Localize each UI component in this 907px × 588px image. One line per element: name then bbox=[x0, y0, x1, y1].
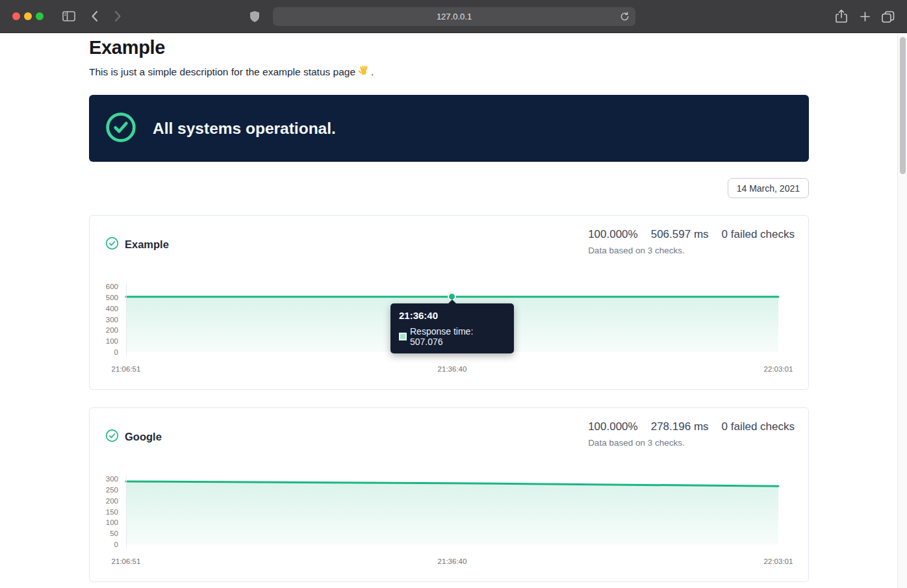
x-axis-tick-label: 21:06:51 bbox=[112, 364, 141, 374]
y-axis-tick-label: 100 bbox=[90, 337, 118, 346]
tooltip-time: 21:36:40 bbox=[399, 310, 505, 321]
y-axis-tick-label: 0 bbox=[90, 348, 118, 357]
sidebar-toggle-icon[interactable] bbox=[62, 11, 75, 21]
y-axis-tick-label: 300 bbox=[90, 474, 118, 483]
response-time-chart[interactable]: 6005004003002001000 21:06:5121:36:4022:0… bbox=[90, 216, 808, 389]
reload-icon[interactable] bbox=[620, 12, 630, 23]
address-bar-url: 127.0.0.1 bbox=[437, 12, 472, 21]
window-zoom-button[interactable] bbox=[36, 12, 44, 20]
chart-y-axis: 300250200150100500 bbox=[90, 479, 118, 544]
address-bar[interactable]: 127.0.0.1 bbox=[273, 7, 635, 26]
browser-toolbar: 127.0.0.1 bbox=[0, 0, 907, 33]
service-card-example: Example 100.000% 506.597 ms 0 failed che… bbox=[89, 215, 809, 390]
back-icon[interactable] bbox=[91, 10, 98, 22]
status-banner-text: All systems operational. bbox=[153, 120, 336, 138]
y-axis-tick-label: 500 bbox=[90, 293, 118, 302]
tab-overview-icon[interactable] bbox=[882, 11, 895, 23]
share-icon[interactable] bbox=[836, 9, 847, 23]
window-minimize-button[interactable] bbox=[24, 12, 32, 20]
status-page: Example This is just a simple descriptio… bbox=[89, 33, 809, 588]
y-axis-tick-label: 400 bbox=[90, 304, 118, 313]
x-axis-tick-label: 21:36:40 bbox=[438, 364, 467, 374]
x-axis-tick-label: 21:36:40 bbox=[438, 557, 467, 566]
y-axis-tick-label: 300 bbox=[90, 315, 118, 324]
y-axis-tick-label: 250 bbox=[90, 485, 118, 494]
scrollbar-thumb[interactable] bbox=[900, 37, 906, 174]
y-axis-tick-label: 600 bbox=[90, 282, 118, 291]
privacy-shield-icon[interactable] bbox=[249, 10, 260, 23]
waving-hand-emoji bbox=[357, 65, 369, 79]
y-axis-tick-label: 200 bbox=[90, 326, 118, 335]
page-description-suffix: . bbox=[371, 66, 374, 78]
service-card-google: Google 100.000% 278.196 ms 0 failed chec… bbox=[89, 407, 809, 582]
series-swatch-icon bbox=[399, 333, 407, 340]
window-close-button[interactable] bbox=[12, 12, 20, 20]
y-axis-tick-label: 100 bbox=[90, 518, 118, 527]
tooltip-value: Response time: 507.076 bbox=[410, 326, 505, 347]
y-axis-tick-label: 200 bbox=[90, 496, 118, 505]
y-axis-tick-label: 150 bbox=[90, 507, 118, 517]
response-time-chart[interactable]: 300250200150100500 21:06:5121:36:4022:03… bbox=[90, 408, 808, 582]
chart-x-axis: 21:06:5121:36:4022:03:01 bbox=[126, 557, 778, 566]
new-tab-icon[interactable] bbox=[860, 11, 871, 22]
x-axis-tick-label: 22:03:01 bbox=[764, 557, 793, 566]
forward-icon[interactable] bbox=[114, 10, 121, 22]
x-axis-tick-label: 21:06:51 bbox=[112, 557, 141, 566]
y-axis-tick-label: 50 bbox=[90, 529, 118, 538]
page-description: This is just a simple description for th… bbox=[89, 65, 374, 79]
x-axis-tick-label: 22:03:01 bbox=[764, 364, 793, 374]
page-description-text: This is just a simple description for th… bbox=[89, 66, 355, 78]
scrollbar-track[interactable] bbox=[897, 33, 907, 588]
chart-y-axis: 6005004003002001000 bbox=[90, 287, 118, 352]
chart-plot-area bbox=[126, 479, 778, 544]
date-picker-button[interactable]: 14 March, 2021 bbox=[728, 178, 809, 198]
chart-x-axis: 21:06:5121:36:4022:03:01 bbox=[126, 364, 778, 374]
y-axis-tick-label: 0 bbox=[90, 540, 118, 549]
status-banner: All systems operational. bbox=[89, 95, 809, 162]
page-title: Example bbox=[89, 37, 165, 58]
check-circle-icon bbox=[105, 112, 136, 146]
chart-tooltip: 21:36:40 Response time: 507.076 bbox=[390, 303, 514, 353]
